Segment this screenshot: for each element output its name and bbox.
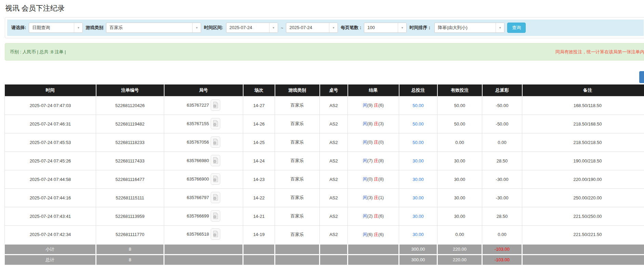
- cell-total-bet: 30.00: [399, 188, 437, 207]
- chevron-down-icon[interactable]: ▼: [74, 23, 82, 32]
- col-header-payout: 总派彩: [482, 84, 522, 96]
- subtotal-payout: -103.00: [482, 244, 522, 254]
- table-row: 2025-07-24 07:47:03 522681120426 6357672…: [5, 96, 644, 115]
- banker-result: 庄: [374, 103, 378, 108]
- time-sort-select[interactable]: 降幂(由大到小) ▼: [434, 23, 504, 33]
- bet-records-table: 时间 注单编号 局号 场次 游戏类别 桌号 结果 总投注 有效投注 总派彩 备注…: [4, 84, 644, 265]
- subtotal-total-bet: 300.00: [399, 244, 437, 254]
- valid-bet-note: 同局有效投注，统一计算在该局第一张注单内: [555, 49, 644, 55]
- cell-payout: -30.00: [482, 170, 522, 188]
- cell-note: 218.50/168.50: [522, 115, 644, 133]
- chevron-down-icon[interactable]: ▼: [398, 23, 406, 32]
- banker-result: 庄: [374, 195, 378, 200]
- chevron-down-icon[interactable]: ▼: [192, 23, 201, 32]
- query-button[interactable]: 查询: [507, 23, 526, 33]
- cell-total-bet: 30.00: [399, 225, 437, 244]
- cell-bet-no: 522681116477: [96, 170, 164, 188]
- total-bet-link[interactable]: 30.00: [412, 195, 424, 200]
- time-range-label: 时间区间:: [204, 25, 223, 31]
- cell-payout: 0.00: [482, 225, 522, 244]
- chevron-down-icon[interactable]: ▼: [329, 23, 338, 32]
- cell-session: 14-24: [243, 152, 275, 170]
- total-bet-link[interactable]: 30.00: [412, 177, 424, 182]
- cell-game-type: 百家乐: [275, 188, 320, 207]
- date-from-select[interactable]: 2025-07-24 ▼: [226, 23, 278, 33]
- cell-round-no: 635767056: [164, 133, 243, 152]
- total-bet-link[interactable]: 50.00: [412, 103, 424, 108]
- video-replay-icon[interactable]: [211, 173, 220, 185]
- date-to-select[interactable]: 2025-07-24 ▼: [286, 23, 338, 33]
- total-bet-link[interactable]: 30.00: [412, 232, 424, 237]
- cell-table-no: AS2: [320, 188, 348, 207]
- video-replay-icon[interactable]: [211, 100, 220, 111]
- player-result: 闲: [363, 121, 367, 126]
- betting-records-page: 视讯 会员下注纪录 请选择: 日期查询 ▼ 游戏类别 百家乐 ▼ 时间区间: 2…: [0, 0, 644, 276]
- player-result: 闲: [363, 103, 367, 108]
- col-header-total-bet: 总投注: [399, 84, 437, 96]
- cell-payout: 28.50: [482, 152, 522, 170]
- cell-round-no: 635767227: [164, 96, 243, 115]
- per-page-select[interactable]: 100 ▼: [364, 23, 407, 33]
- cell-table-no: AS2: [320, 115, 348, 133]
- cell-valid-bet: 0.00: [437, 133, 482, 152]
- video-replay-icon[interactable]: [211, 155, 220, 166]
- cell-valid-bet: 30.00: [437, 152, 482, 170]
- subtotal-row: 小计 8 300.00 220.00 -103.00: [5, 244, 644, 254]
- cell-valid-bet: 30.00: [437, 188, 482, 207]
- table-row: 2025-07-24 07:43:41 522681113959 6357666…: [5, 207, 644, 225]
- cell-bet-no: 522681117433: [96, 152, 164, 170]
- video-replay-icon[interactable]: [211, 192, 220, 203]
- grand-total-row: 总计 8 300.00 220.00 -103.00: [5, 254, 644, 265]
- cell-valid-bet: 0.00: [437, 225, 482, 244]
- total-bet-link[interactable]: 50.00: [412, 140, 424, 145]
- cell-table-no: AS2: [320, 152, 348, 170]
- cell-session: 14-25: [243, 133, 275, 152]
- cell-time: 2025-07-24 07:43:41: [5, 207, 96, 225]
- cutoff-action-button[interactable]: [639, 71, 644, 83]
- cell-result: 闲(6) 庄(6): [348, 225, 399, 244]
- chevron-down-icon[interactable]: ▼: [496, 23, 504, 32]
- col-header-valid-bet: 有效投注: [437, 84, 482, 96]
- total-bet-link[interactable]: 30.00: [412, 214, 424, 219]
- select-type-label: 请选择:: [11, 25, 26, 31]
- cell-valid-bet: 50.00: [437, 96, 482, 115]
- chevron-down-icon[interactable]: ▼: [269, 23, 278, 32]
- total-valid-bet: 220.00: [437, 254, 482, 265]
- cell-note: 250.00/220.00: [522, 188, 644, 207]
- cell-time: 2025-07-24 07:45:53: [5, 133, 96, 152]
- cell-valid-bet: 50.00: [437, 115, 482, 133]
- cell-game-type: 百家乐: [275, 96, 320, 115]
- cell-bet-no: 522681111770: [96, 225, 164, 244]
- total-bet-link[interactable]: 30.00: [412, 158, 424, 163]
- cell-table-no: AS2: [320, 133, 348, 152]
- video-replay-icon[interactable]: [211, 136, 220, 148]
- total-bet-link[interactable]: 50.00: [412, 121, 424, 127]
- cell-bet-no: 522681120426: [96, 96, 164, 115]
- query-type-select[interactable]: 日期查询 ▼: [29, 23, 83, 33]
- cell-round-no: 635766797: [164, 188, 243, 207]
- cell-payout: -50.00: [482, 115, 522, 133]
- cell-total-bet: 50.00: [399, 115, 437, 133]
- cell-session: 14-27: [243, 96, 275, 115]
- cell-round-no: 635766900: [164, 170, 243, 188]
- cell-bet-no: 522681115111: [96, 188, 164, 207]
- banker-result: 庄: [374, 158, 378, 163]
- game-type-select[interactable]: 百家乐 ▼: [106, 23, 201, 33]
- col-header-bet-no: 注单编号: [96, 84, 164, 96]
- total-label: 总计: [5, 254, 96, 265]
- game-type-label: 游戏类别: [86, 25, 103, 31]
- filter-panel: 请选择: 日期查询 ▼ 游戏类别 百家乐 ▼ 时间区间: 2025-07-24 …: [5, 17, 644, 38]
- cell-time: 2025-07-24 07:45:26: [5, 152, 96, 170]
- video-replay-icon[interactable]: [211, 228, 220, 240]
- cell-game-type: 百家乐: [275, 225, 320, 244]
- cell-total-bet: 30.00: [399, 207, 437, 225]
- subtotal-valid-bet: 220.00: [437, 244, 482, 254]
- date-from-value: 2025-07-24: [226, 23, 269, 32]
- date-to-value: 2025-07-24: [286, 23, 329, 32]
- video-replay-icon[interactable]: [211, 118, 220, 129]
- cell-payout: 28.50: [482, 207, 522, 225]
- video-replay-icon[interactable]: [211, 210, 220, 222]
- total-total-bet: 300.00: [399, 254, 437, 265]
- cell-payout: -30.00: [482, 188, 522, 207]
- cell-total-bet: 50.00: [399, 133, 437, 152]
